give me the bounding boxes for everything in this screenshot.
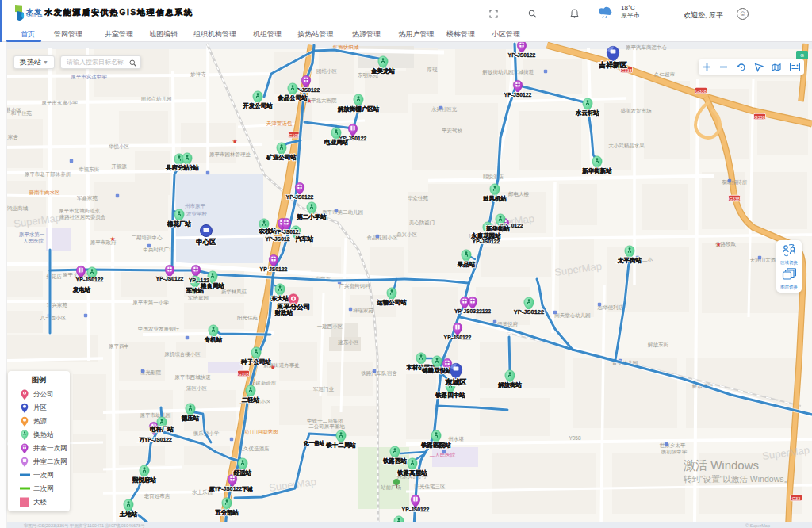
svg-text:妙祥寺: 妙祥寺	[190, 71, 206, 78]
svg-text:华悦小区: 华悦小区	[109, 143, 130, 150]
svg-text:第二小学站: 第二小学站	[296, 213, 327, 220]
svg-text:种子公司站: 种子公司站	[240, 358, 271, 365]
svg-text:人民医院: 人民医院	[23, 238, 44, 244]
svg-text:新华街站: 新华街站	[485, 225, 511, 232]
svg-text:衡初级中学: 衡初级中学	[661, 449, 688, 455]
svg-text:久仁超市: 久仁超市	[654, 71, 676, 78]
svg-text:幸福东街: 幸福东街	[79, 166, 100, 173]
svg-text:中国农业发展银行: 中国农业发展银行	[138, 326, 180, 331]
svg-text:G338: G338	[729, 197, 739, 201]
svg-text:矿业公司站: 矿业公司站	[266, 154, 297, 161]
svg-text:原平市园林管理处: 原平市园林管理处	[209, 151, 251, 158]
svg-text:军鑫家苑: 军鑫家苑	[77, 195, 98, 201]
svg-text:东大站: 东大站	[271, 295, 289, 302]
svg-text:铁路汽车队宿舍: 铁路汽车队宿舍	[360, 370, 397, 377]
svg-text:吉祥新区: 吉祥新区	[598, 61, 627, 69]
svg-text:厚现: 厚现	[427, 67, 439, 73]
svg-text:二期培训中心: 二期培训中心	[132, 235, 163, 241]
svg-text:大小武精品水果: 大小武精品水果	[608, 143, 645, 149]
svg-text:邮电大楼: 邮电大楼	[508, 191, 530, 197]
svg-text:电业局站: 电业局站	[324, 139, 349, 146]
svg-text:鼓风机站: 鼓风机站	[483, 195, 508, 202]
svg-text:YP-JS0122: YP-JS0122	[156, 276, 184, 281]
svg-text:© SuperMap: © SuperMap	[745, 523, 770, 528]
svg-text:铁路医院站: 铁路医院站	[420, 442, 451, 449]
svg-text:水云轩站: 水云轩站	[575, 109, 600, 117]
svg-text:原平市第二幼儿园: 原平市第二幼儿园	[322, 209, 363, 216]
svg-text:湛区小区: 湛区小区	[186, 385, 208, 391]
svg-text:州市原平: 州市原平	[185, 203, 206, 209]
svg-text:Y058: Y058	[569, 435, 581, 441]
svg-text:新华街新站: 新华街新站	[581, 167, 612, 174]
svg-text:运输公司站: 运输公司站	[376, 299, 407, 306]
svg-text:解放街幼儿园: 解放街幼儿园	[482, 69, 514, 75]
svg-text:九久优选酒店: 九久优选酒店	[239, 446, 270, 452]
svg-text:广兴畜药饲料: 广兴畜药饲料	[339, 283, 371, 289]
svg-text:站前广场: 站前广场	[381, 484, 401, 491]
svg-text:原平汽车商运中心: 原平汽车商运中心	[626, 44, 668, 51]
svg-text:财政站: 财政站	[274, 309, 293, 316]
svg-text:原平市幼儿园: 原平市幼儿园	[140, 412, 171, 419]
svg-text:粮食局站: 粮食局站	[200, 282, 225, 289]
svg-text:电杆厂站: 电杆厂站	[150, 426, 174, 433]
svg-text:食品花园小区: 食品花园小区	[367, 235, 399, 241]
svg-text:二轻站: 二轻站	[242, 396, 260, 404]
svg-text:农业学校: 农业学校	[186, 211, 208, 216]
svg-text:县府分站: 县府分站	[165, 164, 190, 171]
svg-text:五分部站: 五分部站	[215, 509, 239, 516]
svg-text:鼎兴小区: 鼎兴小区	[396, 231, 418, 238]
svg-text:一建东小区: 一建东小区	[333, 339, 359, 346]
svg-text:解放街棚户区站: 解放街棚户区站	[337, 105, 380, 113]
svg-text:金美龙站: 金美龙站	[370, 67, 396, 75]
svg-text:食品公司站: 食品公司站	[277, 94, 308, 101]
svg-text:YP-JS0122: YP-JS0122	[444, 335, 472, 340]
svg-text:二公司原平基地: 二公司原平基地	[308, 423, 345, 429]
svg-text:开发公司站: 开发公司站	[242, 102, 273, 109]
svg-text:G338: G338	[754, 115, 764, 120]
svg-text:美心防盗门: 美心防盗门	[409, 220, 435, 226]
svg-text:阳光住宅三区: 阳光住宅三区	[415, 484, 446, 490]
svg-text:果品站: 果品站	[457, 261, 476, 268]
svg-text:原YP-JS0122下城: 原YP-JS0122下城	[208, 486, 252, 492]
svg-text:周起点幼儿园: 周起点幼儿园	[141, 96, 172, 102]
svg-text:新华林凤莊: 新华林凤莊	[221, 289, 247, 294]
svg-text:德压站: 德压站	[181, 415, 200, 422]
svg-text:原平市第一小学: 原平市第一小学	[132, 300, 169, 305]
svg-text:YP-JS0122: YP-JS0122	[504, 92, 532, 98]
svg-text:原平市永康小学: 原平市永康小学	[41, 100, 78, 106]
svg-text:铁路西站: 铁路西站	[382, 457, 408, 465]
svg-text:YP-JS012.: YP-JS012.	[274, 229, 301, 235]
svg-text:专机站: 专机站	[204, 336, 223, 343]
svg-text:老百姓布店: 老百姓布店	[144, 493, 170, 499]
svg-text:YP-JS0122: YP-JS0122	[514, 308, 544, 316]
svg-text:汽车站: 汽车站	[295, 235, 314, 243]
svg-text:YP-JS0122: YP-JS0122	[473, 239, 500, 244]
svg-text:G108: G108	[238, 372, 248, 377]
svg-text:原平市北城街道永: 原平市北城街道永	[59, 208, 101, 214]
svg-text:原平市老干部休养所: 原平市老干部休养所	[25, 171, 71, 178]
svg-text:军恰庭园: 军恰庭园	[188, 295, 209, 301]
svg-text:G33: G33	[792, 496, 800, 501]
svg-text:铁十二局站: 铁十二局站	[325, 442, 356, 449]
svg-text:锦麟双悦站: 锦麟双悦站	[421, 367, 452, 374]
svg-text:★: ★	[232, 138, 237, 145]
svg-text:审图号:GS(2023)336号 甲测资字1100471: 审图号:GS(2023)336号 甲测资字1100471 京ICP备050466…	[24, 523, 145, 528]
svg-text:化一俗站: 化一俗站	[303, 440, 325, 446]
svg-text:太平街站: 太平街站	[617, 257, 642, 264]
svg-text:东城区: 东城区	[445, 378, 467, 386]
svg-text:YP-JS0122: YP-JS0122	[76, 277, 104, 282]
svg-text:康路社区居民委员会: 康路社区居民委员会	[59, 214, 106, 220]
svg-text:YP-JS0322122: YP-JS0322122	[454, 308, 491, 314]
svg-text:YP-JS0122: YP-JS0122	[286, 194, 314, 200]
svg-text:八一西小区: 八一西小区	[40, 315, 67, 321]
svg-text:晋南牛肉水区: 晋南牛肉水区	[29, 189, 61, 196]
svg-text:发电站: 发电站	[72, 286, 91, 293]
svg-text:万YP-JS0122: 万YP-JS0122	[138, 437, 172, 443]
svg-text:经适站: 经适站	[233, 469, 252, 476]
svg-text:YP-JS0122: YP-JS0122	[508, 52, 536, 58]
svg-text:团结小区: 团结小区	[316, 68, 338, 75]
svg-text:YP-JS012: YP-JS012	[266, 236, 290, 242]
svg-text:阳光住苑: 阳光住苑	[237, 315, 259, 321]
svg-text:YP ..122: YP ..122	[189, 277, 209, 283]
svg-text:转到"设置"以激活 Windows。: 转到"设置"以激活 Windows。	[684, 474, 792, 484]
